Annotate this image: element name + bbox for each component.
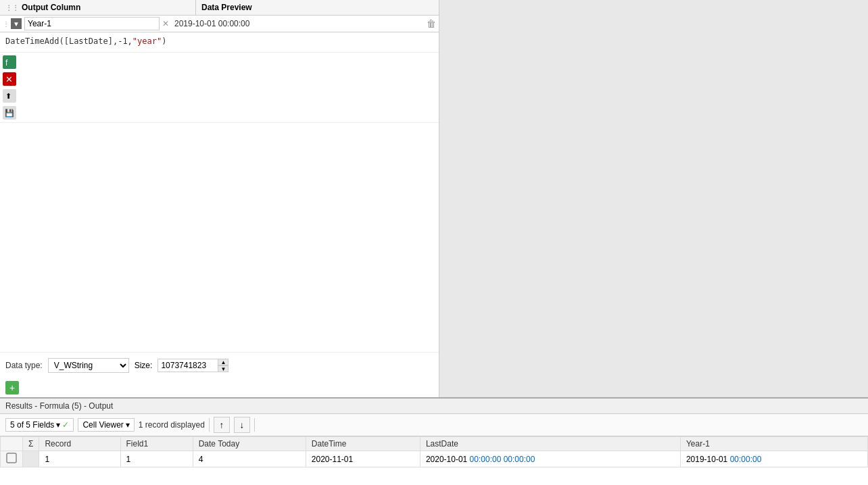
data-preview-header: Data Preview <box>196 0 439 15</box>
formula-spacer <box>0 123 439 352</box>
th-year1: Year-1 <box>680 437 867 451</box>
th-field1: Field1 <box>120 437 193 451</box>
size-input-wrap: ▲ ▼ <box>158 359 228 372</box>
size-input[interactable] <box>158 359 218 372</box>
row-expand-btn[interactable]: ▼ <box>11 18 22 29</box>
cell-datetime: 2020-11-01 <box>306 451 420 467</box>
cell-lastdate-time: 00:00:00 <box>470 455 502 464</box>
table-row: 1 1 4 2020-11-01 2020-10-01 00:00:00 00:… <box>1 451 868 467</box>
fields-count-label: 5 of 5 Fields <box>10 420 54 430</box>
fields-selector-btn[interactable]: 5 of 5 Fields ▾ ✓ <box>5 418 74 432</box>
formula-display: DateTimeAdd([LastDate],-1,"year") <box>0 32 439 53</box>
formula-text: DateTimeAdd([LastDate],-1,"year") <box>5 36 166 46</box>
datatype-row: Data type: V_WString Size: ▲ ▼ <box>0 352 439 378</box>
th-lastdate: LastDate <box>420 437 680 451</box>
cell-viewer-label: Cell Viewer <box>82 420 123 430</box>
row-drag-icon: ⋮ <box>3 20 8 28</box>
svg-rect-16 <box>7 453 16 463</box>
cell-year1: 2019-10-01 00:00:00 <box>680 451 867 467</box>
svg-rect-0 <box>3 55 16 69</box>
cell-field1: 1 <box>120 451 193 467</box>
output-column-label: Output Column <box>22 3 80 12</box>
data-table-wrap: Σ Record Field1 Date Today DateTime Last… <box>0 436 868 485</box>
size-decrement-btn[interactable]: ▼ <box>218 365 228 372</box>
clear-name-btn[interactable]: ✕ <box>162 19 169 28</box>
x-tool-icon[interactable]: ✕ <box>0 71 19 87</box>
size-spinner: ▲ ▼ <box>218 359 228 372</box>
size-increment-btn[interactable]: ▲ <box>218 359 228 365</box>
row-index <box>1 451 23 467</box>
workflow-canvas[interactable]: A Date Today = DateTimeDay (DateTimeToda… <box>439 0 868 397</box>
results-header: Results - Formula (5) - Output <box>0 399 868 414</box>
datatype-label: Data type: <box>5 361 43 370</box>
formula-editor-panel: ⋮⋮ Output Column Data Preview ⋮ ▼ ✕ 2019… <box>0 0 439 397</box>
column-headers: ⋮⋮ Output Column Data Preview <box>0 0 439 16</box>
formula-row: ⋮ ▼ ✕ 2019-10-01 00:00:00 🗑 <box>0 16 439 32</box>
checkmark-icon: ✓ <box>62 420 69 430</box>
cell-record: 1 <box>39 451 120 467</box>
save-tool-icon[interactable]: 💾 <box>0 105 19 121</box>
add-formula-btn[interactable]: + <box>5 381 19 394</box>
results-panel: Results - Formula (5) - Output 5 of 5 Fi… <box>0 397 868 485</box>
th-sigma: Σ <box>23 437 39 451</box>
svg-text:✕: ✕ <box>5 74 13 84</box>
th-record: Record <box>39 437 120 451</box>
cell-year1-time: 00:00:00 <box>730 455 762 464</box>
th-datetime: DateTime <box>306 437 420 451</box>
formula-string-arg: "year" <box>132 36 162 46</box>
results-table: Σ Record Field1 Date Today DateTime Last… <box>0 436 868 467</box>
output-column-name-input[interactable] <box>24 17 160 30</box>
cell-lastdate: 2020-10-01 00:00:00 00:00:00 <box>420 451 680 467</box>
cell-viewer-btn[interactable]: Cell Viewer ▾ <box>78 418 134 432</box>
row-icon <box>6 453 17 463</box>
canvas-area: A Date Today = DateTimeDay (DateTimeToda… <box>439 0 868 397</box>
nav-up-btn[interactable]: ↑ <box>214 417 230 433</box>
datatype-select[interactable]: V_WString <box>48 358 129 373</box>
function-tool-icon[interactable]: f <box>0 54 19 70</box>
cell-lastdate-time-val: 00:00:00 <box>504 455 535 464</box>
chevron-down-icon: ▾ <box>56 420 60 430</box>
tool-icons-bar: f ✕ ⬆ 💾 <box>0 53 439 123</box>
drag-handle-icon: ⋮⋮ <box>5 4 19 11</box>
chevron-down-icon: ▼ <box>13 20 20 28</box>
svg-text:⬆: ⬆ <box>5 92 11 100</box>
cell-viewer-chevron-icon: ▾ <box>126 420 130 430</box>
row-sigma <box>23 451 39 467</box>
size-label: Size: <box>135 361 153 370</box>
results-toolbar: 5 of 5 Fields ▾ ✓ Cell Viewer ▾ 1 record… <box>0 414 868 436</box>
cell-date-today: 4 <box>193 451 306 467</box>
data-preview-value: 2019-10-01 00:00:00 <box>172 18 424 30</box>
svg-text:💾: 💾 <box>5 108 14 118</box>
output-column-header: ⋮⋮ Output Column <box>0 0 196 15</box>
add-row-area: + <box>0 378 439 397</box>
delete-row-btn[interactable]: 🗑 <box>427 18 436 29</box>
record-count-label: 1 record displayed <box>139 420 205 430</box>
nav-down-btn[interactable]: ↓ <box>234 417 250 433</box>
upload-tool-icon[interactable]: ⬆ <box>0 88 19 104</box>
th-date-today: Date Today <box>193 437 306 451</box>
toolbar-separator <box>209 418 210 432</box>
th-empty <box>1 437 23 451</box>
toolbar-separator-2 <box>254 418 255 432</box>
